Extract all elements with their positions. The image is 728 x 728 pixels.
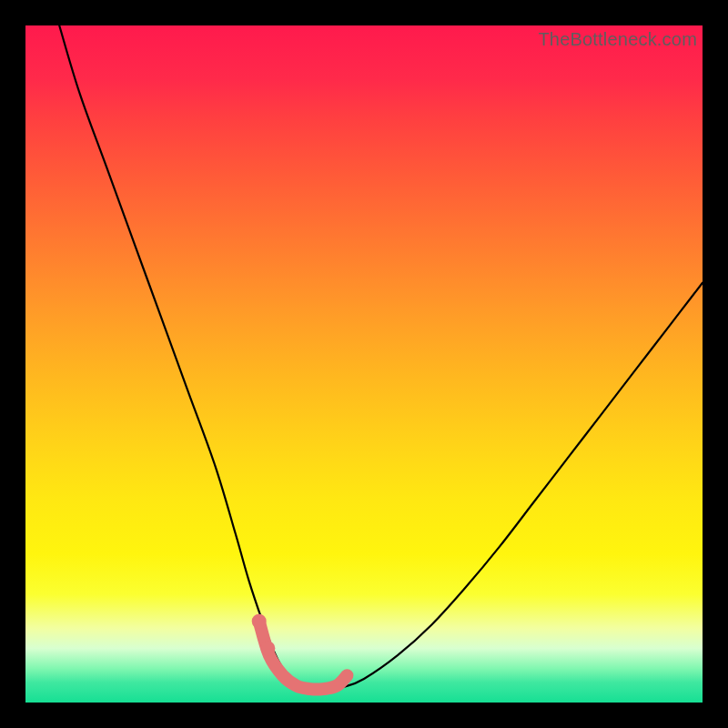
dot-left-2 (260, 641, 275, 655)
optimal-range-highlight (259, 622, 348, 690)
chart-frame: TheBottleneck.com (0, 0, 728, 728)
dot-left-1 (252, 614, 267, 629)
chart-svg (25, 25, 703, 703)
bottleneck-curve (59, 25, 703, 689)
plot-area: TheBottleneck.com (25, 25, 703, 703)
